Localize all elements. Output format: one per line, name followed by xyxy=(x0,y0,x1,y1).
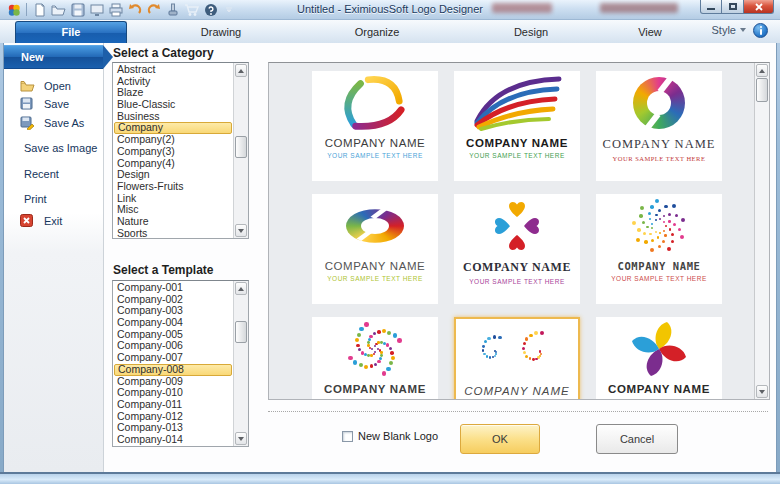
file-menu-item-save[interactable]: Save xyxy=(4,93,103,114)
color-tool-icon[interactable] xyxy=(165,2,180,17)
scroll-down-button[interactable] xyxy=(235,224,247,237)
glass-reflection xyxy=(492,3,552,13)
tab-drawing[interactable]: Drawing xyxy=(158,21,284,43)
rainbow-ring-logo xyxy=(596,71,722,135)
print-icon[interactable] xyxy=(108,2,123,17)
template-scrollbar[interactable] xyxy=(233,281,248,446)
new-blank-logo-label: New Blank Logo xyxy=(358,430,438,442)
logo-sample-text: YOUR SAMPLE TEXT HERE xyxy=(611,275,707,282)
app-window: Untitled - EximiousSoft Logo Designer Fi… xyxy=(0,0,780,484)
template-item[interactable]: Company-011 xyxy=(114,399,232,411)
scrollbar-thumb[interactable] xyxy=(756,78,768,102)
logo-sample-text: YOUR SAMPLE TEXT HERE xyxy=(327,275,423,282)
category-item[interactable]: Abstract xyxy=(114,64,232,76)
file-menu-item-new[interactable]: New xyxy=(4,45,103,69)
undo-icon[interactable] xyxy=(127,2,142,17)
quick-access-toolbar xyxy=(6,2,237,17)
tab-file[interactable]: File xyxy=(15,21,127,43)
category-item[interactable]: Blue-Classic xyxy=(114,99,232,111)
template-listbox: Company-001Company-002Company-003Company… xyxy=(112,280,249,447)
ok-button[interactable]: OK xyxy=(460,424,540,454)
template-preview-panel: COMPANY NAME YOUR SAMPLE TEXT HERE COMPA… xyxy=(268,62,770,400)
new-document-icon[interactable] xyxy=(32,2,47,17)
file-menu-item-print[interactable]: Print xyxy=(4,188,103,209)
scroll-up-button[interactable] xyxy=(235,282,247,295)
logo-sample-text: YOUR SAMPLE TEXT HERE xyxy=(469,278,565,285)
logo-company-name: COMPANY NAME xyxy=(466,137,568,149)
title-bar[interactable]: Untitled - EximiousSoft Logo Designer xyxy=(0,0,780,20)
app-logo-icon[interactable] xyxy=(6,2,21,17)
scrollbar-thumb[interactable] xyxy=(235,136,247,158)
template-card[interactable]: COMPANY NAME YOUR SAMPLE TEXT HERE xyxy=(454,71,580,181)
template-item[interactable]: Company-014 xyxy=(114,434,232,445)
redo-icon[interactable] xyxy=(146,2,161,17)
tab-view[interactable]: View xyxy=(587,21,713,43)
logo-company-name: COMPANY NAME xyxy=(324,383,426,395)
logo-company-name: COMPANY NAME xyxy=(325,137,426,149)
help-icon[interactable] xyxy=(203,2,218,17)
toolbar-separator xyxy=(26,3,27,16)
category-item[interactable]: Company(3) xyxy=(114,146,232,158)
template-list: Company-001Company-002Company-003Company… xyxy=(114,282,232,445)
minimize-button[interactable] xyxy=(700,0,722,14)
maximize-button[interactable] xyxy=(722,0,744,14)
scroll-down-button[interactable] xyxy=(235,432,247,445)
template-card[interactable]: COMPANY NAME YOUR SAMPLE TEXT HERE xyxy=(312,317,438,400)
info-icon[interactable] xyxy=(753,23,768,38)
logo-sample-text: YOUR SAMPLE TEXT HERE xyxy=(469,152,565,159)
new-blank-logo-checkbox[interactable] xyxy=(342,431,353,442)
category-section-title: Select a Category xyxy=(113,46,214,60)
logo-company-name: COMPANY NAME xyxy=(603,137,716,152)
category-scrollbar[interactable] xyxy=(233,63,248,238)
heart-clover-logo xyxy=(454,194,580,258)
template-card[interactable]: COMPANY NAME YOUR SAMPLE TEXT HERE xyxy=(596,317,722,400)
category-item[interactable]: Sports xyxy=(114,228,232,237)
scroll-up-button[interactable] xyxy=(756,64,768,77)
shopping-cart-icon[interactable] xyxy=(184,2,199,17)
exit-icon xyxy=(20,213,35,228)
file-menu-item-save-as[interactable]: Save As xyxy=(4,112,103,133)
template-card[interactable]: COMPANY NAME YOUR SAMPLE TEXT HERE xyxy=(312,194,438,304)
petal-pinwheel-logo xyxy=(596,317,722,381)
window-controls xyxy=(700,0,774,14)
template-section-title: Select a Template xyxy=(113,263,214,277)
style-menu[interactable]: Style xyxy=(712,24,746,36)
ribbon-tab-row: File Drawing Organize Design View Style xyxy=(0,20,780,43)
more-commands-icon[interactable] xyxy=(222,2,237,17)
file-menu-item-recent[interactable]: Recent xyxy=(4,163,103,184)
menu-item-label: New xyxy=(21,51,44,63)
footer-separator xyxy=(268,411,768,412)
menu-item-label: Recent xyxy=(24,168,59,180)
template-card[interactable]: COMPANY NAME YOUR SAMPLE TEXT HERE xyxy=(596,71,722,181)
logo-company-name: COMPANY NAME xyxy=(608,383,710,395)
template-card[interactable]: COMPANY NAME YOUR SAMPLE TEXT HERE xyxy=(596,194,722,304)
export-image-icon[interactable] xyxy=(89,2,104,17)
template-card-selected[interactable]: COMPANY NAME YOUR SAMPLE TEXT HERE xyxy=(454,317,580,400)
close-button[interactable] xyxy=(744,0,774,14)
tab-design[interactable]: Design xyxy=(468,21,594,43)
preview-scrollbar[interactable] xyxy=(754,63,769,399)
template-item[interactable]: Company-001 xyxy=(114,282,232,294)
menu-item-label: Save xyxy=(44,98,69,110)
template-card[interactable]: COMPANY NAME YOUR SAMPLE TEXT HERE xyxy=(312,71,438,181)
open-folder-icon[interactable] xyxy=(51,2,66,17)
scroll-down-button[interactable] xyxy=(756,385,768,398)
cancel-button[interactable]: Cancel xyxy=(596,424,678,454)
menu-item-label: Save As xyxy=(44,117,84,129)
template-item-selected[interactable]: Company-008 xyxy=(114,364,232,376)
scroll-up-button[interactable] xyxy=(235,64,247,77)
window-border-right xyxy=(776,0,780,484)
tab-organize[interactable]: Organize xyxy=(314,21,440,43)
open-folder-icon xyxy=(20,78,35,93)
category-item[interactable]: Nature xyxy=(114,216,232,228)
logo-sample-text: YOUR SAMPLE TEXT HERE xyxy=(327,398,423,400)
logo-sample-text: YOUR SAMPLE TEXT HERE xyxy=(613,155,706,162)
scrollbar-thumb[interactable] xyxy=(235,321,247,343)
logo-company-name: COMPANY NAME xyxy=(464,385,570,397)
template-card[interactable]: COMPANY NAME YOUR SAMPLE TEXT HERE xyxy=(454,194,580,304)
file-menu-item-save-as-image[interactable]: Save as Image xyxy=(4,137,103,158)
category-item[interactable]: Flowers-Fruits xyxy=(114,181,232,193)
template-item[interactable]: Company-004 xyxy=(114,317,232,329)
save-icon[interactable] xyxy=(70,2,85,17)
file-menu-item-exit[interactable]: Exit xyxy=(4,210,103,231)
